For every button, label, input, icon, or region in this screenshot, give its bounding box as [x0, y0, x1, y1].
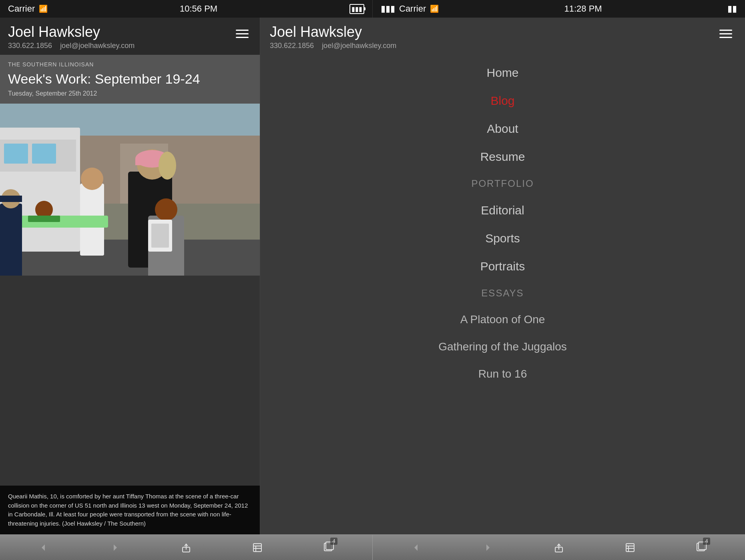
left-header-info: Joel Hawksley 330.622.1856 joel@joelhawk…	[8, 24, 135, 50]
navigation-menu: Home Blog About Resume PORTFOLIO Editori…	[260, 55, 745, 534]
left-phone: 330.622.1856	[8, 42, 52, 50]
right-share-button[interactable]	[549, 538, 569, 558]
right-hamburger-button[interactable]	[716, 26, 735, 41]
svg-marker-28	[114, 544, 117, 551]
article-title: Week's Work: September 19-24	[8, 71, 252, 87]
svg-marker-38	[486, 544, 490, 551]
left-toolbar: 4	[0, 535, 373, 560]
left-battery-icon: ▮▮▮	[349, 4, 364, 14]
right-toolbar: 4	[373, 535, 745, 560]
nav-item-platoon[interactable]: A Platoon of One	[260, 306, 745, 333]
svg-marker-27	[42, 544, 45, 551]
left-tabs-button[interactable]: 4	[319, 538, 339, 558]
left-time: 10:56 PM	[180, 4, 217, 14]
right-contact: 330.622.1856 joel@joelhawksley.com	[270, 42, 396, 50]
nav-label-home: Home	[486, 66, 518, 79]
nav-item-juggalos[interactable]: Gathering of the Juggalos	[260, 333, 745, 360]
article-caption: Quearii Mathis, 10, is comforted by her …	[0, 486, 260, 534]
right-tabs-button[interactable]: 4	[691, 538, 711, 558]
nav-label-juggalos: Gathering of the Juggalos	[438, 340, 567, 353]
hamburger-line-2	[236, 33, 249, 34]
right-status-bar: ▮▮▮ Carrier 📶 11:28 PM ▮▮	[373, 0, 745, 18]
nav-item-blog[interactable]: Blog	[260, 87, 745, 115]
left-site-title: Joel Hawksley	[8, 24, 135, 40]
nav-item-resume[interactable]: Resume	[260, 143, 745, 171]
nav-label-portfolio: PORTFOLIO	[471, 178, 534, 189]
left-carrier: Carrier	[8, 4, 35, 14]
nav-item-sports[interactable]: Sports	[260, 224, 745, 252]
article-source: THE SOUTHERN ILLINOISAN	[8, 61, 252, 68]
nav-label-about: About	[487, 122, 518, 135]
right-time: 11:28 PM	[564, 4, 602, 14]
nav-label-portraits: Portraits	[480, 260, 525, 273]
nav-item-portraits[interactable]: Portraits	[260, 252, 745, 280]
left-hamburger-button[interactable]	[233, 26, 252, 41]
nav-label-blog: Blog	[490, 94, 514, 107]
right-bookmarks-button[interactable]	[620, 538, 640, 558]
right-phone: 330.622.1856	[270, 42, 314, 50]
right-header: Joel Hawksley 330.622.1856 joel@joelhawk…	[260, 18, 745, 55]
left-tab-count: 4	[330, 538, 337, 545]
status-bars: Carrier 📶 10:56 PM ▮▮▮ ▮▮▮ Carrier 📶 11:…	[0, 0, 745, 18]
nav-label-editorial: Editorial	[481, 204, 524, 217]
nav-label-platoon: A Platoon of One	[460, 313, 545, 326]
svg-rect-41	[626, 544, 634, 552]
main-content: Joel Hawksley 330.622.1856 joel@joelhawk…	[0, 18, 745, 534]
nav-item-about[interactable]: About	[260, 115, 745, 143]
bottom-toolbars: 4	[0, 534, 745, 560]
nav-label-sports: Sports	[485, 232, 520, 245]
article-date: Tuesday, September 25th 2012	[8, 90, 252, 97]
right-forward-button[interactable]	[478, 538, 498, 558]
article-image-container	[0, 104, 260, 486]
hamburger-line-1	[236, 30, 249, 31]
right-battery-icon: ▮▮	[727, 4, 737, 14]
nav-section-portfolio: PORTFOLIO	[260, 171, 745, 196]
svg-rect-26	[0, 104, 260, 276]
nav-label-resume: Resume	[480, 150, 525, 163]
article-header: THE SOUTHERN ILLINOISAN Week's Work: Sep…	[0, 55, 260, 104]
right-site-title: Joel Hawksley	[270, 24, 396, 40]
left-email: joel@joelhawksley.com	[60, 42, 135, 50]
nav-item-editorial[interactable]: Editorial	[260, 196, 745, 224]
right-tab-count-container: 4	[696, 541, 707, 554]
right-email: joel@joelhawksley.com	[322, 42, 396, 50]
article-image	[0, 104, 260, 276]
right-back-button[interactable]	[406, 538, 426, 558]
hamburger-line-3	[236, 37, 249, 38]
left-wifi-icon: 📶	[39, 4, 48, 13]
left-tab-count-container: 4	[323, 541, 334, 554]
left-panel: Joel Hawksley 330.622.1856 joel@joelhawk…	[0, 18, 260, 534]
svg-marker-37	[414, 544, 418, 551]
right-panel: Joel Hawksley 330.622.1856 joel@joelhawk…	[260, 18, 745, 534]
left-forward-button[interactable]	[105, 538, 125, 558]
svg-rect-31	[253, 544, 261, 552]
left-share-button[interactable]	[176, 538, 196, 558]
right-carrier-battery: ▮▮▮	[381, 4, 395, 14]
right-header-info: Joel Hawksley 330.622.1856 joel@joelhawk…	[270, 24, 396, 50]
right-tab-count: 4	[703, 538, 710, 545]
left-contact: 330.622.1856 joel@joelhawksley.com	[8, 42, 135, 50]
right-wifi-icon: 📶	[430, 4, 439, 13]
nav-label-essays: ESSAYS	[481, 288, 524, 298]
nav-label-run16: Run to 16	[478, 368, 527, 380]
nav-item-home[interactable]: Home	[260, 59, 745, 87]
right-hamburger-line-1	[719, 30, 732, 31]
right-hamburger-line-2	[719, 33, 732, 34]
left-back-button[interactable]	[34, 538, 54, 558]
right-carrier: Carrier	[399, 4, 426, 14]
nav-section-essays: ESSAYS	[260, 280, 745, 306]
article-photo	[0, 104, 260, 276]
left-header: Joel Hawksley 330.622.1856 joel@joelhawk…	[0, 18, 260, 55]
left-status-bar: Carrier 📶 10:56 PM ▮▮▮	[0, 0, 373, 18]
nav-item-run16[interactable]: Run to 16	[260, 360, 745, 388]
left-bookmarks-button[interactable]	[247, 538, 267, 558]
right-hamburger-line-3	[719, 37, 732, 38]
